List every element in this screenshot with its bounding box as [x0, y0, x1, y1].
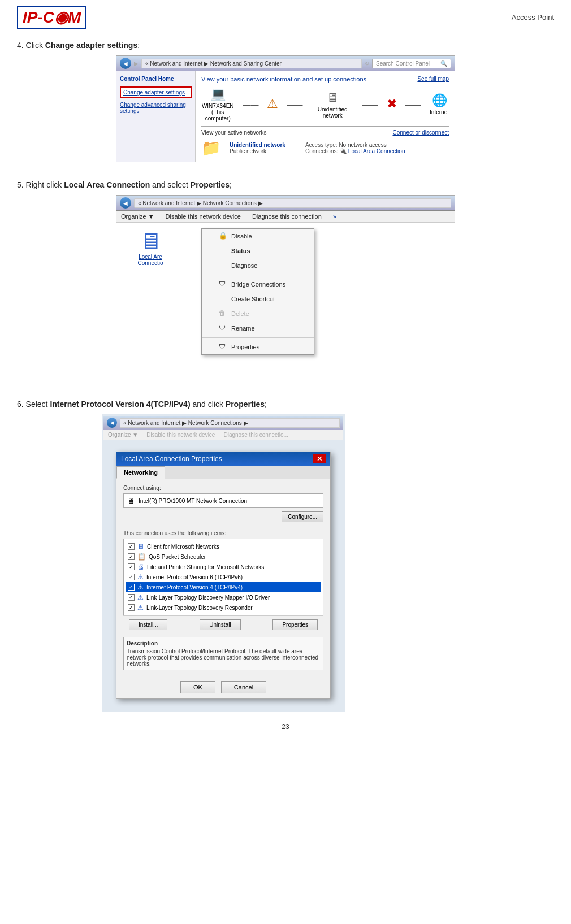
cancel-button[interactable]: Cancel: [221, 681, 266, 693]
dialog-actions: Install... Uninstall Properties: [123, 615, 323, 634]
sc2-body: 🖥 Local Are Connectio 🔒 Disable Status D…: [116, 223, 455, 381]
list-item-ipv4[interactable]: ⚠ Internet Protocol Version 4 (TCP/IPv4): [126, 582, 321, 592]
llresponder-icon: ⚠: [137, 604, 144, 611]
sc1-active-row: 📁 Unidentified network Public network Ac…: [201, 138, 449, 157]
shortcut-icon: [219, 294, 228, 303]
change-adapter-settings-link[interactable]: Change adapter settings: [120, 86, 192, 98]
more-button[interactable]: »: [333, 213, 336, 220]
list-item-llmapper[interactable]: ⚠ Link-Layer Topology Discovery Mapper I…: [126, 592, 321, 602]
dialog-title: Local Area Connection Properties: [121, 455, 222, 463]
sc1-unidentified: Unidentified network Public network: [230, 142, 286, 154]
sc1-computer-icon: 💻 WIN7X64EN (This computer): [201, 87, 234, 122]
sc1-body: Control Panel Home Change adapter settin…: [116, 71, 455, 162]
organize-button[interactable]: Organize ▼: [121, 213, 154, 220]
page-label: Access Point: [512, 13, 554, 21]
install-button[interactable]: Install...: [129, 619, 167, 630]
sc3-organize[interactable]: Organize ▼: [108, 432, 138, 438]
description-text: Transmission Control Protocol/Internet P…: [127, 648, 320, 667]
sc1-network-row: 💻 WIN7X64EN (This computer) —— ⚠ —— 🖥 Un…: [201, 87, 449, 122]
sc1-access-info: Access type: No network access Connectio…: [305, 142, 405, 154]
dialog-tabs: Networking: [116, 466, 330, 479]
step4-text: 4. Click Change adapter settings;: [17, 41, 554, 50]
status-icon: [219, 246, 228, 255]
qos-icon: 📋: [137, 553, 146, 561]
sc1-globe-icon: 🌐 Internet: [430, 93, 449, 115]
sc1-sidebar: Control Panel Home Change adapter settin…: [116, 71, 196, 162]
checkbox-llresponder[interactable]: [128, 604, 135, 611]
sc2-breadcrumb: « Network and Internet ▶ Network Connect…: [134, 198, 451, 208]
context-menu: 🔒 Disable Status Diagnose 🛡 Bridge Conne…: [201, 228, 314, 355]
tab-networking[interactable]: Networking: [116, 466, 165, 479]
back-button[interactable]: ◀: [120, 58, 131, 69]
refresh-icon[interactable]: ↻: [365, 60, 369, 67]
configure-button[interactable]: Configure...: [282, 511, 323, 522]
diagnose-connection-button[interactable]: Diagnose this connection: [252, 213, 322, 220]
arrow2-icon: ——: [287, 100, 302, 109]
sc3-diagnose: Diagnose this connectio...: [223, 432, 288, 438]
ok-button[interactable]: OK: [180, 681, 215, 693]
checkbox-qos[interactable]: [128, 553, 135, 560]
sc2-toolbar: Organize ▼ Disable this network device D…: [116, 211, 455, 223]
ctx-bridge[interactable]: 🛡 Bridge Connections: [202, 277, 314, 292]
sc3-back-button[interactable]: ◀: [107, 418, 117, 428]
uninstall-button[interactable]: Uninstall: [200, 619, 240, 630]
checkbox-ipv4[interactable]: [128, 584, 135, 591]
list-item-qos[interactable]: 📋 QoS Packet Scheduler: [126, 552, 321, 562]
list-item-llresponder[interactable]: ⚠ Link-Layer Topology Discovery Responde…: [126, 602, 321, 613]
list-item-client[interactable]: 🖥 Client for Microsoft Networks: [126, 541, 321, 552]
items-label: This connection uses the following items…: [123, 530, 323, 536]
checkbox-llmapper[interactable]: [128, 594, 135, 601]
sc3-background: ◀ « Network and Internet ▶ Network Conne…: [102, 414, 345, 712]
sc2-local-area-connection[interactable]: 🖥 Local Are Connectio: [122, 228, 179, 266]
arrow3-icon: ——: [362, 100, 378, 109]
checkbox-client[interactable]: [128, 543, 135, 550]
see-full-map-link[interactable]: See full map: [417, 76, 449, 82]
sc2-icon-label1: Local Are: [122, 254, 179, 260]
globe-icon: 🌐: [430, 93, 449, 108]
list-item-fileprint[interactable]: 🖨 File and Printer Sharing for Microsoft…: [126, 562, 321, 572]
forward-icon: ▶: [134, 60, 139, 67]
bridge-icon: 🛡: [219, 280, 228, 289]
delete-icon: 🗑: [219, 309, 228, 318]
items-list: 🖥 Client for Microsoft Networks 📋 QoS Pa…: [123, 539, 323, 615]
sc2-back-button[interactable]: ◀: [120, 197, 131, 209]
ctx-properties[interactable]: 🛡 Properties: [202, 340, 314, 354]
disable-network-button[interactable]: Disable this network device: [166, 213, 241, 220]
checkbox-fileprint[interactable]: [128, 563, 135, 570]
local-area-connection-icon: 🔌: [340, 148, 347, 154]
dialog-close-button[interactable]: ✕: [313, 454, 326, 463]
ctx-shortcut[interactable]: Create Shortcut: [202, 292, 314, 306]
sc1-search[interactable]: Search Control Panel 🔍: [372, 59, 451, 68]
ipv6-icon: ⚠: [137, 573, 144, 581]
list-item-ipv6[interactable]: ⚠ Internet Protocol Version 6 (TCP/IPv6): [126, 572, 321, 582]
ctx-status[interactable]: Status: [202, 244, 314, 258]
properties-dialog: Local Area Connection Properties ✕ Netwo…: [116, 452, 331, 699]
ctx-diagnose[interactable]: Diagnose: [202, 258, 314, 273]
local-area-connection-link[interactable]: Local Area Connection: [348, 148, 405, 154]
logo-text: IP-C◉M: [23, 8, 81, 26]
screenshot1: ◀ ▶ « Network and Internet ▶ Network and…: [116, 55, 455, 162]
connect-disconnect-link[interactable]: Connect or disconnect: [392, 129, 449, 136]
dialog-overlay: Local Area Connection Properties ✕ Netwo…: [103, 452, 343, 699]
connect-using-label: Connect using:: [123, 485, 323, 491]
ctx-disable[interactable]: 🔒 Disable: [202, 229, 314, 244]
sc1-warning-icon: ⚠: [267, 97, 278, 112]
network-icon: 🖥: [311, 90, 354, 105]
sc1-breadcrumb: « Network and Internet ▶ Network and Sha…: [141, 59, 362, 68]
sc3-breadcrumb: « Network and Internet ▶ Network Connect…: [120, 418, 340, 428]
sc1-main-title: View your basic network information and …: [201, 76, 366, 83]
change-advanced-sharing-link[interactable]: Change advanced sharing settings: [120, 102, 192, 114]
screenshot2-container: ◀ « Network and Internet ▶ Network Conne…: [17, 195, 554, 393]
description-box: Description Transmission Control Protoco…: [123, 637, 323, 670]
sc3-disable: Disable this network device: [146, 432, 215, 438]
sc2-icon-label2: Connectio: [122, 260, 179, 266]
properties-button[interactable]: Properties: [272, 619, 318, 630]
page-number: 23: [17, 723, 554, 731]
ctx-rename[interactable]: 🛡 Rename: [202, 321, 314, 336]
ipv4-icon: ⚠: [137, 583, 144, 591]
sidebar-title: Control Panel Home: [120, 76, 192, 82]
screenshot1-container: ◀ ▶ « Network and Internet ▶ Network and…: [17, 55, 554, 173]
step6-text: 6. Select Internet Protocol Version 4(TC…: [17, 400, 554, 409]
checkbox-ipv6[interactable]: [128, 574, 135, 580]
ctx-separator2: [202, 337, 314, 338]
